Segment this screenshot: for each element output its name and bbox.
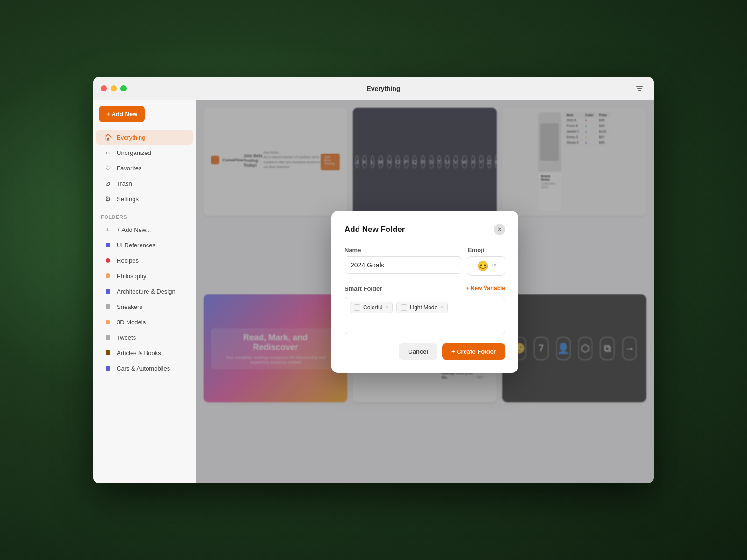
- maximize-button[interactable]: [120, 85, 127, 91]
- tag-colorful-label: Colorful: [363, 304, 382, 311]
- tag-colorful-icon: [354, 304, 360, 311]
- sidebar-item-unorganized[interactable]: ○ Unorganized: [96, 145, 193, 160]
- favorites-label: Favorites: [117, 165, 141, 172]
- philosophy-label: Philosophy: [117, 273, 147, 280]
- desktop-background: Everything + Add New 🏠 Everything: [0, 0, 747, 560]
- cancel-button[interactable]: Cancel: [399, 343, 437, 360]
- 3d-models-icon: [104, 318, 112, 326]
- window-title: Everything: [134, 85, 633, 92]
- tweets-icon: [104, 333, 112, 342]
- settings-icon: ⚙: [104, 195, 112, 203]
- sidebar-item-recipes[interactable]: Recipes: [96, 253, 193, 268]
- recipes-icon: [104, 256, 112, 265]
- favorites-icon: ♡: [104, 164, 112, 172]
- articles-books-label: Articles & Books: [117, 350, 161, 357]
- sidebar-item-sneakers[interactable]: Sneakers: [96, 299, 193, 314]
- sidebar-item-cars[interactable]: Cars & Automobiles: [96, 361, 193, 376]
- sidebar-item-tweets[interactable]: Tweets: [96, 330, 193, 345]
- close-button[interactable]: [101, 85, 107, 91]
- modal-header: Add New Folder ✕: [345, 224, 505, 235]
- modal-overlay: Add New Folder ✕ Name Emoji 😊: [196, 100, 654, 483]
- architecture-label: Architecture & Design: [117, 288, 176, 295]
- modal-close-button[interactable]: ✕: [494, 224, 505, 235]
- create-folder-button[interactable]: + Create Folder: [442, 343, 505, 360]
- emoji-form-group: Emoji 😊 ↺: [468, 246, 505, 276]
- unorganized-icon: ○: [104, 148, 112, 157]
- ui-references-label: UI References: [117, 242, 155, 249]
- unorganized-label: Unorganized: [117, 149, 151, 156]
- folders-section: + + Add New... UI References Recipes: [93, 222, 196, 376]
- sneakers-icon: [104, 302, 112, 311]
- svg-rect-1: [637, 88, 642, 89]
- modal-title: Add New Folder: [345, 225, 405, 234]
- cars-label: Cars & Automobiles: [117, 365, 170, 372]
- svg-rect-0: [636, 86, 643, 87]
- articles-books-icon: [104, 349, 112, 357]
- everything-label: Everything: [117, 134, 145, 141]
- content-area: ComeFlow Join Beta Testing Today! Hey Ro…: [196, 100, 654, 483]
- sneakers-label: Sneakers: [117, 303, 142, 310]
- add-new-button[interactable]: + Add New: [99, 106, 145, 122]
- emoji-refresh-icon[interactable]: ↺: [492, 263, 496, 269]
- tweets-label: Tweets: [117, 334, 136, 341]
- filter-icon[interactable]: [633, 82, 646, 95]
- form-name-emoji-row: Name Emoji 😊 ↺: [345, 246, 505, 276]
- architecture-icon: [104, 287, 112, 295]
- sidebar-item-add-folder[interactable]: + + Add New...: [96, 222, 193, 237]
- emoji-picker[interactable]: 😊 ↺: [468, 256, 505, 276]
- sidebar-top-section: + Add New 🏠 Everything ○ Unorganized ♡ F…: [93, 106, 196, 207]
- app-window: Everything + Add New 🏠 Everything: [93, 77, 654, 483]
- emoji-label: Emoji: [468, 246, 505, 253]
- sidebar-item-articles-books[interactable]: Articles & Books: [96, 345, 193, 360]
- folder-name-input[interactable]: [345, 256, 462, 274]
- app-body: + Add New 🏠 Everything ○ Unorganized ♡ F…: [93, 100, 654, 483]
- ui-references-icon: [104, 241, 112, 249]
- tag-light-mode-remove[interactable]: ×: [440, 305, 443, 310]
- new-variable-button[interactable]: + New Variable: [466, 285, 505, 292]
- sidebar: + Add New 🏠 Everything ○ Unorganized ♡ F…: [93, 100, 196, 483]
- trash-icon: ⊘: [104, 179, 112, 188]
- minimize-button[interactable]: [111, 85, 117, 91]
- add-folder-label: + Add New...: [117, 226, 151, 233]
- smart-folder-label: Smart Folder: [345, 285, 382, 292]
- modal-footer: Cancel + Create Folder: [345, 343, 505, 360]
- tag-colorful-remove[interactable]: ×: [385, 305, 388, 310]
- tags-area[interactable]: Colorful × Light Mode ×: [345, 297, 505, 334]
- smart-folder-header: Smart Folder + New Variable: [345, 285, 505, 292]
- home-icon: 🏠: [104, 133, 112, 141]
- sidebar-item-3d-models[interactable]: 3D Models: [96, 315, 193, 329]
- add-folder-icon: +: [104, 225, 112, 234]
- add-folder-modal: Add New Folder ✕ Name Emoji 😊: [331, 211, 518, 373]
- tag-light-mode-label: Light Mode: [410, 304, 437, 311]
- sidebar-item-settings[interactable]: ⚙ Settings: [96, 191, 193, 206]
- sidebar-item-everything[interactable]: 🏠 Everything: [96, 130, 193, 145]
- tag-colorful[interactable]: Colorful ×: [350, 302, 393, 313]
- cars-icon: [104, 364, 112, 372]
- sidebar-item-architecture[interactable]: Architecture & Design: [96, 284, 193, 299]
- svg-rect-2: [638, 90, 641, 91]
- tag-light-mode[interactable]: Light Mode ×: [396, 302, 448, 313]
- traffic-lights: [101, 85, 127, 91]
- trash-label: Trash: [117, 180, 132, 187]
- smart-folder-section: Smart Folder + New Variable Colorful ×: [345, 285, 505, 334]
- 3d-models-label: 3D Models: [117, 319, 146, 326]
- name-form-group: Name: [345, 246, 462, 276]
- philosophy-icon: [104, 272, 112, 280]
- settings-label: Settings: [117, 196, 139, 203]
- sidebar-item-ui-references[interactable]: UI References: [96, 238, 193, 252]
- folders-header: FOLDERS: [93, 210, 196, 222]
- sidebar-item-trash[interactable]: ⊘ Trash: [96, 176, 193, 191]
- emoji-display: 😊: [477, 260, 489, 272]
- name-label: Name: [345, 246, 462, 253]
- recipes-label: Recipes: [117, 257, 139, 264]
- title-bar: Everything: [93, 77, 654, 100]
- tag-light-mode-icon: [401, 304, 407, 311]
- sidebar-item-philosophy[interactable]: Philosophy: [96, 268, 193, 283]
- sidebar-item-favorites[interactable]: ♡ Favorites: [96, 161, 193, 175]
